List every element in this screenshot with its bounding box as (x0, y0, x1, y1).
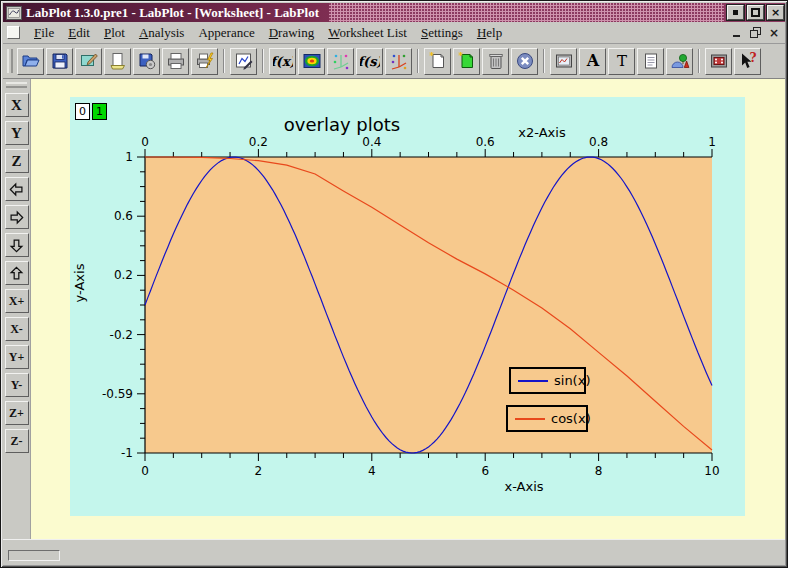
mdi-restore-button[interactable] (747, 26, 763, 40)
maximize-button[interactable] (747, 5, 764, 20)
menu-item-file[interactable]: File (27, 23, 61, 43)
new-3d-plot-button[interactable] (327, 48, 354, 75)
new-worksheet-button[interactable] (453, 48, 480, 75)
insert-image-button[interactable] (550, 48, 577, 75)
svg-text:1: 1 (708, 135, 716, 149)
svg-text:8: 8 (595, 464, 603, 478)
notepad-icon (641, 51, 661, 71)
export-image-button[interactable] (75, 48, 102, 75)
menu-item-worksheet-list[interactable]: Worksheet List (321, 23, 414, 43)
titlebar[interactable]: LabPlot 1.3.0.pre1 - LabPlot - [Workshee… (3, 3, 785, 22)
menu-item-settings[interactable]: Settings (414, 23, 470, 43)
menu-item-help[interactable]: Help (470, 23, 509, 43)
open-button[interactable] (17, 48, 44, 75)
titlebar-texture (329, 3, 724, 22)
insert-text-button[interactable]: T (608, 48, 635, 75)
zoom-y-in-button[interactable]: Y+ (5, 345, 29, 369)
close-window-button[interactable] (511, 48, 538, 75)
new-worksheet-icon (457, 51, 477, 71)
surface-plot-icon (302, 51, 322, 71)
menu-item-drawing[interactable]: Drawing (262, 23, 322, 43)
legend-line-cos (515, 418, 545, 420)
new-3d-points-plot-button[interactable] (385, 48, 412, 75)
shift-left-button[interactable] (5, 177, 29, 201)
dock-handle[interactable] (6, 82, 27, 88)
new-function-plot-button[interactable]: f(x) (269, 48, 296, 75)
svg-text:2: 2 (255, 464, 263, 478)
mdi-close-button[interactable]: × (766, 26, 782, 40)
svg-text:T: T (616, 52, 626, 70)
open-folder-icon (21, 51, 41, 71)
close-circle-icon (515, 51, 535, 71)
save-button[interactable] (46, 48, 73, 75)
y-axis-title: y-Axis (72, 263, 87, 302)
svg-text:0: 0 (141, 464, 149, 478)
toolbar-handle[interactable] (7, 49, 13, 73)
toolbar-separator (223, 49, 225, 73)
axis-x-button[interactable]: X (5, 93, 29, 117)
whats-this-button[interactable]: ? (734, 48, 761, 75)
status-cell (8, 550, 60, 561)
plot-canvas[interactable]: 024681000.20.40.60.8110.60.2-0.2-0.59-1o… (70, 97, 745, 516)
maximize-icon (751, 8, 760, 17)
legend-cos[interactable]: cos(x) (506, 405, 588, 432)
shift-down-button[interactable] (5, 233, 29, 257)
shift-right-button[interactable] (5, 205, 29, 229)
plot-figure: 024681000.20.40.60.8110.60.2-0.2-0.59-1o… (70, 97, 745, 516)
toolbar-separator (262, 49, 264, 73)
window-title: LabPlot 1.3.0.pre1 - LabPlot - [Workshee… (26, 5, 329, 21)
legend-sin[interactable]: sin(x) (509, 367, 586, 394)
save-floppy-icon (50, 51, 70, 71)
mdi-minimize-button[interactable] (728, 26, 744, 40)
axes-toolbar: XYZX+X-Y+Y-Z+Z- (3, 79, 31, 539)
sidebar-buttons: XYZX+X-Y+Y-Z+Z- (3, 93, 30, 453)
svg-text:0.4: 0.4 (362, 135, 381, 149)
delete-object-button[interactable] (482, 48, 509, 75)
toolbar-separator (543, 49, 545, 73)
new-spreadsheet-button[interactable] (424, 48, 451, 75)
svg-text:-1: -1 (121, 446, 133, 460)
font-a-icon: A (583, 51, 603, 71)
menu-item-apperance[interactable]: Apperance (191, 23, 261, 43)
new-3d-function-plot-button[interactable]: f(s) (356, 48, 383, 75)
data-matrix-button[interactable] (705, 48, 732, 75)
new-surface-plot-button[interactable] (298, 48, 325, 75)
x2-axis-title: x2-Axis (518, 125, 566, 140)
toolbar-separator (698, 49, 700, 73)
text-t-icon: T (612, 51, 632, 71)
save-settings-icon (137, 51, 157, 71)
menu-item-analysis[interactable]: Analysis (132, 23, 192, 43)
print-preview-icon (108, 51, 128, 71)
minimize-button[interactable] (727, 5, 744, 20)
menu-item-plot[interactable]: Plot (97, 23, 132, 43)
zoom-y-out-button[interactable]: Y- (5, 373, 29, 397)
zoom-x-out-button[interactable]: X- (5, 317, 29, 341)
plot-tab-0[interactable]: 0 (75, 103, 90, 120)
mdi-close-icon: × (769, 27, 779, 39)
print-button[interactable] (162, 48, 189, 75)
save-settings-button[interactable] (133, 48, 160, 75)
font-button[interactable]: A (579, 48, 606, 75)
project-explorer-button[interactable] (666, 48, 693, 75)
edit-worksheet-button[interactable] (230, 48, 257, 75)
app-icon (6, 6, 22, 20)
quick-print-button[interactable] (191, 48, 218, 75)
toolbar: f(x) f(s) A T ? (3, 44, 785, 79)
svg-text:f(x): f(x) (273, 54, 293, 69)
axis-y-button[interactable]: Y (5, 121, 29, 145)
close-button[interactable]: × (767, 5, 784, 20)
axis-z-button[interactable]: Z (5, 149, 29, 173)
zoom-z-in-button[interactable]: Z+ (5, 401, 29, 425)
shift-up-button[interactable] (5, 261, 29, 285)
zoom-x-in-button[interactable]: X+ (5, 289, 29, 313)
toolbar-separator (417, 49, 419, 73)
print-preview-button[interactable] (104, 48, 131, 75)
image-icon (554, 51, 574, 71)
menu-item-edit[interactable]: Edit (61, 23, 97, 43)
plot-tab-1[interactable]: 1 (92, 103, 107, 120)
zoom-z-out-button[interactable]: Z- (5, 429, 29, 453)
notes-button[interactable] (637, 48, 664, 75)
svg-text:0.2: 0.2 (249, 135, 268, 149)
child-window-icon[interactable] (7, 26, 20, 39)
svg-text:f(s): f(s) (360, 54, 380, 69)
